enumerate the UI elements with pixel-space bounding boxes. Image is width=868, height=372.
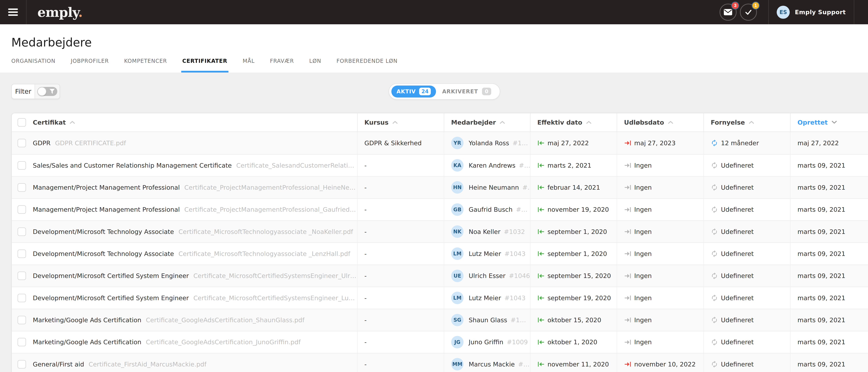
filter-toggle[interactable]	[35, 84, 60, 99]
expiry-date-icon	[624, 294, 631, 302]
course-cell: GDPR & Sikkerhed	[357, 132, 444, 154]
column-header-effektiv-dato[interactable]: Effektiv dato	[530, 113, 617, 132]
row-checkbox[interactable]	[18, 161, 26, 170]
tab-m-l[interactable]: MÅL	[243, 58, 255, 72]
effective-date-cell: september 15, 2020	[530, 265, 617, 286]
toolbar: Filter AKTIV 24 ARKIVERET 0	[11, 83, 868, 100]
select-all-checkbox[interactable]	[18, 118, 26, 127]
table-row[interactable]: Development/Microsoft Technology Associa…	[12, 221, 868, 242]
effective-date-icon	[537, 206, 545, 213]
table-row[interactable]: Management/Project Management Profession…	[12, 176, 868, 198]
table-row[interactable]: GDPR GDPR CERTIFICATE.pdf GDPR & Sikkerh…	[12, 132, 868, 154]
expiry-date: november 10, 2022	[634, 361, 695, 368]
row-checkbox[interactable]	[18, 139, 26, 147]
tab-arkiveret[interactable]: ARKIVERET 0	[436, 88, 497, 95]
table-row[interactable]: Development/Microsoft Certified System E…	[12, 265, 868, 286]
tab-kompetencer[interactable]: KOMPETENCER	[124, 58, 167, 72]
created-date: marts 09, 2021	[798, 361, 845, 368]
effective-date: september 1, 2020	[548, 228, 607, 235]
certificate-cell: Management/Project Management Profession…	[33, 199, 357, 221]
created-cell: marts 09, 2021	[790, 243, 868, 264]
row-checkbox[interactable]	[18, 228, 26, 236]
renewal-value: Udefineret	[721, 316, 754, 324]
tasks-button[interactable]: 1	[740, 4, 757, 21]
row-checkbox[interactable]	[18, 316, 26, 324]
table-row[interactable]: Management/Project Management Profession…	[12, 198, 868, 221]
tab-aktiv[interactable]: AKTIV 24	[392, 86, 436, 98]
course-cell: -	[357, 353, 444, 372]
employee-cell: JG Juno Griffin #1009	[444, 331, 530, 353]
row-checkbox[interactable]	[18, 294, 26, 302]
tab-forberedende-l-n[interactable]: FORBEREDENDE LØN	[336, 58, 398, 72]
row-checkbox[interactable]	[18, 338, 26, 346]
filter-toggle-track	[37, 87, 57, 96]
certificate-file: GDPR CERTIFICATE.pdf	[55, 139, 126, 147]
course-cell: -	[357, 309, 444, 331]
table-row[interactable]: Marketing/Google Ads Certification Certi…	[12, 331, 868, 353]
status-segmented-control: AKTIV 24 ARKIVERET 0	[389, 83, 500, 100]
messages-button[interactable]: 3	[720, 4, 737, 21]
search-button[interactable]	[862, 8, 868, 16]
effective-date-cell: oktober 1, 2020	[530, 331, 617, 353]
table-row[interactable]: General/First aid Certificate_FirstAid_M…	[12, 353, 868, 372]
renewal-icon	[711, 139, 718, 147]
effective-date-cell: februar 14, 2021	[530, 177, 617, 198]
created-date: marts 09, 2021	[798, 250, 845, 257]
column-header-udløbsdato[interactable]: Udløbsdato	[617, 113, 704, 132]
column-header-fornyelse[interactable]: Fornyelse	[704, 113, 790, 132]
effective-date-cell: maj 27, 2022	[530, 132, 617, 154]
employee-id: #10…	[516, 206, 530, 213]
column-header-medarbejder[interactable]: Medarbejder	[444, 113, 530, 132]
course-cell: -	[357, 265, 444, 286]
certificate-cell: Marketing/Google Ads Certification Certi…	[33, 331, 357, 353]
effective-date-icon	[537, 184, 545, 191]
tab-frav-r[interactable]: FRAVÆR	[270, 58, 294, 72]
tab-certifikater[interactable]: CERTIFIKATER	[182, 58, 227, 72]
expiry-date: Ingen	[634, 339, 652, 346]
renewal-value: Udefineret	[721, 228, 754, 235]
effective-date: februar 14, 2021	[548, 184, 600, 191]
column-header-kursus[interactable]: Kursus	[357, 113, 444, 132]
renewal-icon	[711, 272, 718, 279]
row-checkbox[interactable]	[18, 272, 26, 280]
row-checkbox[interactable]	[18, 183, 26, 192]
column-label: Effektiv dato	[537, 119, 582, 126]
topbar-divider	[854, 0, 854, 24]
created-date: marts 09, 2021	[798, 162, 845, 169]
column-header-oprettet[interactable]: Oprettet	[790, 113, 868, 132]
employee-id: #1…	[519, 162, 530, 169]
certificate-file: Certificate_GoogleAdsCertification_Shaun…	[146, 316, 305, 324]
table-row[interactable]: Development/Microsoft Technology Associa…	[12, 242, 868, 264]
column-label: Oprettet	[798, 119, 828, 126]
column-header-certifikat[interactable]: Certifikat	[33, 113, 357, 132]
page-title: Medarbejdere	[11, 36, 92, 49]
row-checkbox[interactable]	[18, 205, 26, 214]
certificate-cell: Management/Project Management Profession…	[33, 177, 357, 198]
course-cell: -	[357, 243, 444, 264]
envelope-icon	[724, 9, 732, 15]
row-select-cell	[12, 199, 33, 221]
row-checkbox[interactable]	[18, 249, 26, 258]
effective-date: marts 2, 2021	[548, 162, 591, 169]
renewal-cell: Udefineret	[704, 199, 790, 221]
row-checkbox[interactable]	[18, 360, 26, 369]
employee-name: Gaufrid Busch	[469, 206, 513, 213]
page-content: Filter AKTIV 24 ARKIVERET 0	[0, 72, 868, 372]
certificate-cell: Sales/Sales and Customer Relationship Ma…	[33, 155, 357, 176]
user-menu[interactable]: ES Emply Support	[777, 6, 846, 19]
tab-l-n[interactable]: LØN	[309, 58, 321, 72]
certificate-file: Certificate_GoogleAdsCertification_JunoG…	[146, 339, 301, 346]
tab-organisation[interactable]: ORGANISATION	[11, 58, 55, 72]
renewal-cell: Udefineret	[704, 177, 790, 198]
employee-cell: MM Marcus Mackie #1…	[444, 353, 530, 372]
table-row[interactable]: Marketing/Google Ads Certification Certi…	[12, 309, 868, 331]
hamburger-menu-button[interactable]	[0, 0, 27, 24]
effective-date: november 19, 2020	[548, 206, 609, 213]
table-row[interactable]: Sales/Sales and Customer Relationship Ma…	[12, 154, 868, 176]
table-row[interactable]: Development/Microsoft Certified System E…	[12, 286, 868, 309]
row-select-cell	[12, 221, 33, 242]
tab-jobprofiler[interactable]: JOBPROFILER	[71, 58, 109, 72]
renewal-icon	[711, 339, 718, 346]
logo-dot: .	[78, 4, 83, 20]
table-header: CertifikatKursusMedarbejderEffektiv dato…	[12, 113, 868, 132]
